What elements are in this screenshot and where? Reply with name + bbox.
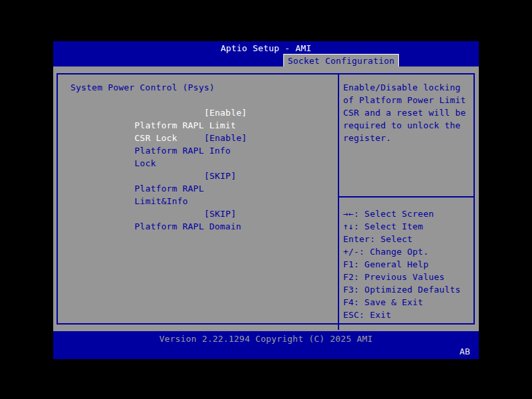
bios-setup-window: Aptio Setup - AMI Socket Configuration S… <box>53 41 479 359</box>
hotkey-f2-previous-values: F2: Previous Values <box>339 271 473 283</box>
help-panel: Enable/Disable locking of Platform Power… <box>339 74 473 323</box>
help-text-line: of Platform Power Limit <box>339 94 473 106</box>
main-area: System Power Control (Psys) Platform RAP… <box>53 66 479 331</box>
help-text-line: required to unlock the <box>339 119 473 132</box>
hotkey-legend: →←: Select Screen ↑↓: Select Item Enter:… <box>339 207 473 321</box>
version-text: Version 2.22.1294 Copyright (C) 2025 AMI <box>53 332 479 345</box>
item-value[interactable]: [SKIP] <box>204 170 236 182</box>
hotkey-change-opt: +/-: Change Opt. <box>339 245 473 258</box>
setup-panels: System Power Control (Psys) Platform RAP… <box>57 73 475 325</box>
hotkey-esc-exit: ESC: Exit <box>339 309 473 321</box>
footer-bar: Version 2.22.1294 Copyright (C) 2025 AMI… <box>53 331 479 359</box>
hotkey-f3-optimized-defaults: F3: Optimized Defaults <box>339 283 473 296</box>
menu-item-platform-rapl-limit-csr-lock[interactable]: Platform RAPL Limit [Enable] CSR Lock <box>58 106 338 132</box>
spacer <box>58 157 338 170</box>
menu-item-platform-rapl-domain[interactable]: Platform RAPL Domain [SKIP] <box>58 207 338 220</box>
hotkey-enter-select: Enter: Select <box>339 233 473 245</box>
help-text-line: Enable/Disable locking <box>339 81 473 94</box>
options-panel: System Power Control (Psys) Platform RAP… <box>58 74 339 330</box>
spacer <box>58 94 338 106</box>
menu-item-platform-rapl-info-lock[interactable]: Platform RAPL Info [Enable] Lock <box>58 132 338 157</box>
tab-socket-configuration[interactable]: Socket Configuration <box>283 54 399 66</box>
menu-item-platform-rapl-limit-info[interactable]: Platform RAPL [SKIP] Limit&Info <box>58 170 338 195</box>
section-header: System Power Control (Psys) <box>58 81 338 94</box>
item-label: Platform RAPL Domain <box>134 221 241 231</box>
hotkey-select-item: ↑↓: Select Item <box>339 220 473 233</box>
hotkey-f4-save-exit: F4: Save & Exit <box>339 296 473 309</box>
help-separator <box>339 196 473 198</box>
item-value[interactable]: [Enable] <box>204 106 247 119</box>
hotkey-f1-general-help: F1: General Help <box>339 258 473 271</box>
title-bar: Aptio Setup - AMI Socket Configuration <box>53 41 479 66</box>
ami-ab-logo: AB <box>460 345 470 358</box>
spacer <box>58 195 338 207</box>
help-text-line: CSR and a reset will be <box>339 106 473 119</box>
help-text-line: register. <box>339 132 473 144</box>
app-title: Aptio Setup - AMI <box>53 42 479 55</box>
item-value[interactable]: [SKIP] <box>204 207 236 220</box>
item-value[interactable]: [Enable] <box>204 132 247 144</box>
hotkey-select-screen: →←: Select Screen <box>339 207 473 220</box>
